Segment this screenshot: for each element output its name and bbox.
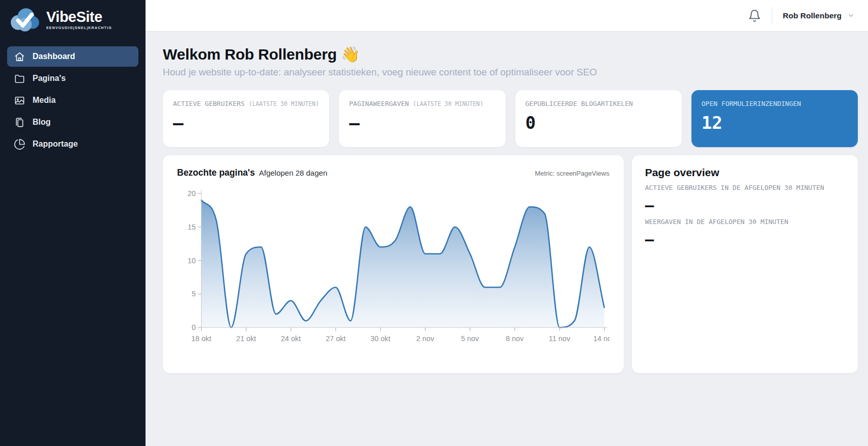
pages-icon: [14, 117, 25, 128]
user-name: Rob Rollenberg: [783, 11, 842, 20]
page-title: Welkom Rob Rollenberg 👋: [163, 45, 858, 63]
wave-emoji: 👋: [341, 46, 360, 63]
svg-text:11 nov: 11 nov: [549, 334, 571, 343]
svg-text:20: 20: [188, 189, 196, 198]
svg-text:14 nov: 14 nov: [593, 334, 610, 343]
stat-card-value: 12: [702, 114, 848, 131]
image-icon: [14, 95, 25, 106]
notifications-button[interactable]: [748, 9, 761, 22]
stat-card-label: PAGINAWEERGAVEN (LAATSTE 30 MINUTEN): [349, 99, 495, 109]
brand-name: VibeSite: [46, 9, 112, 24]
sidebar-item-paginas[interactable]: Pagina's: [7, 68, 138, 89]
svg-text:21 okt: 21 okt: [236, 334, 256, 343]
svg-text:2 nov: 2 nov: [416, 334, 435, 343]
sidebar-item-label: Blog: [33, 118, 51, 127]
sidebar-item-label: Dashboard: [33, 52, 75, 61]
chart-title: Bezochte pagina's: [177, 168, 255, 178]
vibesite-logo[interactable]: VibeSite EENVOUDIG|SNEL|KRACHTIG: [0, 0, 146, 39]
user-menu[interactable]: Rob Rollenberg: [783, 11, 855, 20]
overview-metric-label: WEERGAVEN IN DE AFGELOPEN 30 MINUTEN: [645, 218, 845, 226]
svg-text:10: 10: [188, 257, 196, 265]
brand-tagline: EENVOUDIG|SNEL|KRACHTIG: [46, 26, 112, 30]
sidebar-item-label: Pagina's: [33, 74, 66, 83]
visits-area-chart: 0510152018 okt21 okt24 okt27 okt30 okt2 …: [177, 183, 610, 350]
stat-card-value: —: [173, 114, 319, 131]
svg-text:30 okt: 30 okt: [370, 334, 390, 343]
sidebar-item-dashboard[interactable]: Dashboard: [7, 46, 138, 67]
visits-chart-card: Bezochte pagina's Afgelopen 28 dagen Met…: [163, 155, 624, 373]
panel-title: Page overview: [645, 166, 845, 179]
svg-text:5 nov: 5 nov: [461, 334, 479, 343]
overview-metric-value: —: [645, 198, 845, 213]
stat-card-sublabel: (LAATSTE 30 MINUTEN): [249, 100, 319, 107]
svg-text:18 okt: 18 okt: [191, 334, 211, 343]
sidebar: VibeSite EENVOUDIG|SNEL|KRACHTIG Dashboa…: [0, 0, 146, 446]
sidebar-item-rapportage[interactable]: Rapportage: [7, 134, 138, 154]
stat-card-value: —: [349, 114, 495, 131]
stat-card-open-formulierinzendingen[interactable]: OPEN FORMULIERINZENDINGEN 12: [691, 90, 858, 147]
page-subtitle: Houd je website up-to-date: analyseer st…: [163, 67, 858, 78]
sidebar-item-label: Media: [33, 96, 55, 105]
stat-card-paginaweergaven: PAGINAWEERGAVEN (LAATSTE 30 MINUTEN)—: [339, 90, 505, 147]
svg-text:5: 5: [192, 290, 196, 298]
stat-card-label: GEPUBLICEERDE BLOGARTIKELEN: [526, 99, 672, 109]
folder-icon: [14, 73, 25, 85]
bell-icon: [748, 9, 761, 22]
stat-card-value: 0: [526, 114, 672, 131]
cloud-check-logo-icon: [8, 6, 42, 33]
sidebar-item-label: Rapportage: [33, 140, 78, 149]
stat-cards-row: ACTIEVE GEBRUIKERS (LAATSTE 30 MINUTEN)—…: [163, 90, 858, 147]
stat-card-sublabel: (LAATSTE 30 MINUTEN): [413, 100, 483, 107]
topbar: Rob Rollenberg: [146, 0, 868, 32]
page-overview-panel: Page overview ACTIEVE GEBRUIKERS IN DE A…: [632, 155, 858, 373]
stat-card-label: ACTIEVE GEBRUIKERS (LAATSTE 30 MINUTEN): [173, 99, 319, 109]
chevron-down-icon: [847, 12, 855, 19]
sidebar-item-media[interactable]: Media: [7, 90, 138, 110]
stat-card-actieve-gebruikers: ACTIEVE GEBRUIKERS (LAATSTE 30 MINUTEN)—: [163, 90, 329, 147]
panel-metrics: ACTIEVE GEBRUIKERS IN DE AFGELOPEN 30 MI…: [645, 184, 845, 247]
pie-chart-icon: [14, 138, 25, 150]
sidebar-item-blog[interactable]: Blog: [7, 112, 138, 132]
home-icon: [14, 51, 25, 63]
sidebar-nav: DashboardPagina'sMediaBlogRapportage: [0, 46, 146, 154]
stat-card-gepubliceerde-blogartikelen: GEPUBLICEERDE BLOGARTIKELEN 0: [515, 90, 682, 147]
stat-card-label: OPEN FORMULIERINZENDINGEN: [702, 99, 848, 109]
svg-text:8 nov: 8 nov: [506, 334, 524, 343]
overview-metric-label: ACTIEVE GEBRUIKERS IN DE AFGELOPEN 30 MI…: [645, 184, 845, 191]
chart-metric-note: Metric: screenPageViews: [535, 170, 609, 177]
svg-text:0: 0: [192, 323, 196, 331]
svg-text:15: 15: [188, 223, 196, 231]
dashboard-content: Welkom Rob Rollenberg 👋 Houd je website …: [146, 32, 868, 373]
topbar-divider: [772, 7, 772, 24]
svg-text:24 okt: 24 okt: [281, 334, 301, 343]
overview-metric-value: —: [645, 232, 845, 247]
svg-text:27 okt: 27 okt: [326, 334, 345, 343]
chart-subtitle: Afgelopen 28 dagen: [259, 169, 327, 177]
